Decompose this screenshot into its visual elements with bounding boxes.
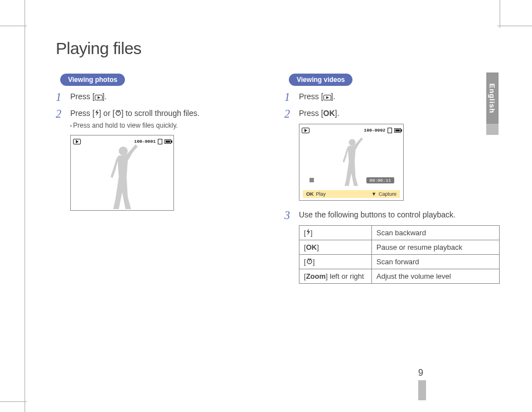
page-number-accent — [418, 380, 426, 400]
crop-mark — [497, 26, 532, 26]
svg-point-7 — [119, 147, 128, 156]
control-action-cell: Scan backward — [372, 225, 500, 240]
crop-mark — [25, 0, 25, 412]
section-heading-videos: Viewing videos — [289, 74, 352, 86]
videos-step-3: 3 Use the following buttons to control p… — [284, 210, 496, 221]
ok-button-label: OK — [306, 243, 317, 251]
ok-indicator: OK — [306, 191, 314, 197]
photos-step-1: 1 Press []. — [56, 91, 262, 104]
crop-mark — [0, 401, 27, 402]
viewing-photos-section: Viewing photos 1 Press []. 2 Press [] or… — [56, 74, 262, 284]
text: ] — [311, 229, 313, 237]
playback-controls-table: [] Scan backward [OK] Pause or resume pl… — [299, 225, 500, 284]
self-timer-icon — [115, 108, 122, 119]
svg-marker-11 — [307, 229, 310, 235]
viewing-videos-section: Viewing videos 1 Press []. 2 Press [OK].… — [284, 74, 496, 284]
sd-card-icon — [158, 139, 162, 144]
text: Use the following buttons to control pla… — [299, 210, 496, 221]
videos-step-1: 1 Press []. — [284, 91, 496, 104]
video-time-elapsed: 00:00:11 — [366, 177, 394, 183]
flash-icon — [95, 108, 99, 119]
step-number: 2 — [284, 108, 293, 119]
person-silhouette — [100, 143, 144, 210]
video-lcd-preview: 100-0002 00:00:11 OKPl — [299, 124, 404, 201]
playback-icon — [95, 93, 103, 104]
control-key-cell: [OK] — [299, 240, 372, 254]
playback-mode-icon — [302, 128, 309, 133]
stop-icon — [309, 178, 314, 182]
photo-lcd-preview: 100-0001 — [70, 135, 174, 211]
table-row: [Zoom] left or right Adjust the volume l… — [299, 269, 500, 283]
photos-step-2-sub: Press and hold to view files quickly. — [70, 121, 262, 130]
crop-mark — [500, 0, 500, 28]
svg-marker-2 — [95, 109, 99, 116]
person-silhouette — [335, 135, 368, 188]
text: ]. — [331, 92, 336, 101]
text: Press [ — [70, 92, 95, 101]
zoom-label: Zoom — [306, 272, 326, 280]
section-heading-photos: Viewing photos — [60, 74, 125, 86]
control-key-cell: [Zoom] left or right — [299, 269, 372, 283]
text: ]. — [335, 109, 340, 118]
self-timer-icon — [306, 258, 313, 266]
table-row: [] Scan forward — [299, 254, 500, 269]
photos-step-2: 2 Press [] or [] to scroll through files… — [56, 108, 262, 130]
text: Press [ — [70, 109, 95, 118]
text: Press [ — [299, 109, 323, 118]
control-action-cell: Scan forward — [372, 254, 500, 269]
capture-label: Capture — [379, 191, 396, 197]
page-content: Playing files Viewing photos 1 Press [].… — [56, 39, 496, 284]
lcd-file-counter: 100-0002 — [364, 128, 385, 133]
page-title: Playing files — [56, 39, 496, 58]
playback-mode-icon — [73, 139, 81, 144]
play-label: Play — [316, 191, 326, 197]
down-arrow-icon: ▼ — [371, 191, 376, 197]
sd-card-icon — [388, 128, 392, 133]
flash-icon — [306, 229, 311, 237]
crop-mark — [0, 26, 27, 26]
control-action-cell: Pause or resume playback — [372, 240, 500, 254]
text: ] or [ — [99, 109, 115, 118]
battery-icon — [394, 128, 401, 133]
step-number: 3 — [284, 210, 293, 221]
videos-step-2: 2 Press [OK]. — [284, 108, 496, 119]
text: ] — [313, 258, 315, 266]
control-action-cell: Adjust the volume level — [372, 269, 500, 283]
svg-point-10 — [349, 139, 356, 146]
step-number: 2 — [56, 108, 65, 130]
svg-marker-9 — [326, 96, 329, 99]
page-number: 9 — [418, 368, 423, 378]
table-row: [] Scan backward — [299, 225, 500, 240]
playback-icon — [323, 93, 331, 104]
text: ] — [317, 243, 319, 251]
text: ] left or right — [326, 272, 364, 280]
text: ]. — [103, 92, 107, 101]
step-number: 1 — [56, 91, 65, 104]
step-number: 1 — [284, 91, 293, 104]
battery-icon — [165, 139, 171, 144]
ok-button-label: OK — [323, 109, 335, 118]
table-row: [OK] Pause or resume playback — [299, 240, 500, 254]
svg-marker-1 — [98, 96, 100, 99]
control-key-cell: [] — [299, 225, 372, 240]
text: ] to scroll through files. — [122, 109, 200, 118]
control-key-cell: [] — [299, 254, 372, 269]
text: Press [ — [299, 92, 323, 101]
video-controls-bar: OKPlay ▼Capture — [303, 190, 400, 198]
